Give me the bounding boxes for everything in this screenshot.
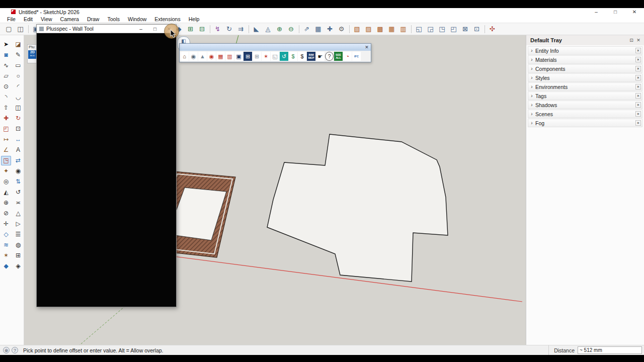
schedule-icon[interactable]: ▦ [216, 52, 225, 61]
tool-icon[interactable]: ◉ [13, 166, 23, 176]
plusspec-toolbar-titlebar[interactable]: ✕ [180, 44, 371, 51]
chevron-right-icon[interactable]: › [528, 93, 535, 99]
tool-icon[interactable]: ⇄ [13, 156, 23, 165]
close-icon[interactable]: ✕ [635, 93, 641, 99]
close-icon[interactable]: ✕ [635, 48, 641, 53]
minimize-button[interactable]: – [134, 25, 148, 33]
tool-icon[interactable]: ▭ [13, 61, 23, 70]
tool-icon[interactable]: ◭ [1, 188, 11, 197]
tool-icon[interactable]: ◰ [1, 124, 11, 134]
tool-icon[interactable]: ▱ [1, 71, 11, 81]
tool-icon[interactable]: ◫ [13, 103, 23, 113]
mode-2d-icon[interactable]: 2D MOD [28, 50, 37, 59]
photo-icon[interactable]: ▲ [198, 52, 207, 61]
tool-icon[interactable]: ↻ [13, 114, 23, 123]
tool-icon[interactable]: ⊡ [13, 124, 23, 134]
window-schedule-icon[interactable]: ▣ [234, 52, 243, 61]
chevron-right-icon[interactable]: › [528, 84, 535, 89]
tray-item[interactable]: › Fog ✕ [528, 119, 642, 127]
tool-icon[interactable]: △ [13, 209, 23, 218]
tool-icon[interactable]: ✎ [13, 50, 23, 60]
cost-icon[interactable]: $ [298, 52, 306, 61]
tool-icon[interactable]: ◍ [13, 240, 23, 250]
toolbar-icon[interactable]: ⊕ [275, 24, 284, 34]
chevron-right-icon[interactable]: › [528, 75, 535, 80]
toolbar-icon[interactable]: ⊖ [286, 24, 296, 34]
toolbar-icon[interactable]: ◱ [414, 24, 424, 34]
menu-item[interactable]: Edit [20, 16, 37, 23]
chevron-right-icon[interactable]: › [528, 111, 535, 117]
toolbar-icon[interactable]: ⊠ [460, 24, 470, 34]
tray-item[interactable]: › Shadows ✕ [528, 101, 642, 109]
sync-icon[interactable]: ↺ [280, 52, 288, 61]
menu-item[interactable]: Draw [83, 16, 104, 23]
menu-item[interactable]: Extensions [150, 16, 184, 23]
grid-icon[interactable]: ⊞ [253, 52, 261, 61]
tool-icon[interactable]: ◆ [1, 261, 11, 271]
tool-icon[interactable]: ◝ [1, 93, 11, 102]
menu-item[interactable]: View [37, 16, 56, 23]
chevron-right-icon[interactable]: › [528, 57, 535, 62]
explode-icon[interactable]: ✶ [262, 52, 270, 61]
tool-icon[interactable]: ⊙ [1, 82, 11, 92]
chevron-right-icon[interactable]: › [528, 66, 535, 71]
hand-tool-icon[interactable]: ☛ [316, 52, 325, 61]
menu-item[interactable]: Tools [103, 16, 124, 23]
tool-icon[interactable]: ↺ [13, 188, 23, 197]
help-icon[interactable]: ? [12, 347, 18, 353]
tool-icon[interactable]: ◪ [13, 40, 23, 49]
tool-icon[interactable]: ◈ [13, 261, 23, 271]
chevron-right-icon[interactable]: › [528, 120, 535, 126]
timer-icon[interactable]: ◔ [343, 52, 352, 61]
chevron-right-icon[interactable]: › [528, 48, 535, 53]
wall-tool-titlebar[interactable]: Plusspec - Wall Tool – □ ✕ [37, 25, 176, 33]
tool-icon[interactable]: ≋ [1, 240, 11, 250]
toolbar-icon[interactable]: ◬ [263, 24, 273, 34]
close-icon[interactable]: ✕ [635, 38, 642, 43]
components-icon[interactable]: ◱ [271, 52, 279, 61]
toolbar-icon[interactable]: ◳ [437, 24, 447, 34]
close-icon[interactable]: ✕ [635, 75, 641, 80]
toolbar-icon[interactable]: ▨ [364, 24, 373, 34]
toolbar-icon[interactable]: ▦ [313, 24, 323, 34]
maximize-button[interactable]: □ [148, 25, 162, 33]
toolbar-icon[interactable]: ◣ [252, 24, 261, 34]
close-icon[interactable]: ✕ [635, 84, 641, 89]
tool-icon[interactable]: ◇ [1, 230, 11, 239]
tool-icon[interactable]: ∿ [1, 61, 11, 70]
window-grid-icon[interactable]: ⊞ [244, 52, 252, 61]
measurement-input[interactable] [578, 346, 642, 354]
tray-item[interactable]: › Styles ✕ [528, 73, 642, 82]
tray-item[interactable]: › Environments ✕ [528, 82, 642, 91]
pin-icon[interactable]: ⊡ [628, 38, 635, 43]
toolbar-icon[interactable]: ▢ [4, 24, 14, 34]
chevron-right-icon[interactable]: › [528, 102, 535, 108]
close-icon[interactable]: ✕ [364, 44, 370, 50]
tray-item[interactable]: › Components ✕ [528, 64, 642, 73]
close-icon[interactable]: ✕ [635, 102, 641, 108]
close-icon[interactable]: ✕ [635, 57, 641, 62]
tool-icon[interactable]: ↦ [1, 135, 11, 144]
cost-estimate-icon[interactable]: $ [289, 52, 297, 61]
menu-item[interactable]: Window [124, 16, 150, 23]
menu-item[interactable]: File [3, 16, 20, 23]
close-icon[interactable]: ✕ [635, 120, 641, 126]
tray-item[interactable]: › Tags ✕ [528, 92, 642, 100]
tool-icon[interactable]: ◜ [13, 82, 23, 92]
tool-icon[interactable]: ⊞ [13, 251, 23, 260]
tool-icon[interactable]: ⊘ [1, 209, 11, 218]
title-bar[interactable]: Untitled* - SketchUp 2026 – □ ✕ [0, 8, 644, 16]
tool-icon[interactable]: ⇧ [1, 103, 11, 113]
toolbar-icon[interactable]: ✚ [325, 24, 335, 34]
toolbar-icon[interactable]: ▦ [387, 24, 396, 34]
tool-icon[interactable]: ◙ [1, 50, 11, 60]
ifc-icon[interactable]: IFC [352, 52, 361, 61]
toolbar-icon[interactable]: ⊟ [197, 24, 207, 34]
close-icon[interactable]: ✕ [635, 66, 641, 71]
tool-icon[interactable]: ◡ [13, 93, 23, 102]
toolbar-icon[interactable]: ↻ [224, 24, 234, 34]
toolbar-icon[interactable]: ▩ [375, 24, 385, 34]
tool-icon[interactable]: ▷ [13, 219, 23, 229]
camera-icon[interactable]: ◉ [189, 52, 198, 61]
tool-icon[interactable]: ⇅ [13, 177, 23, 187]
